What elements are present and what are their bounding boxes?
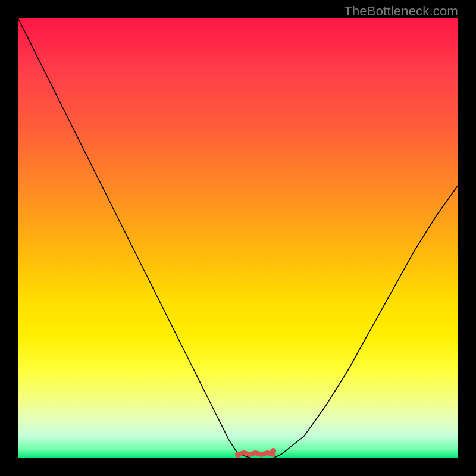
plot-area [18, 18, 458, 458]
bottleneck-curve-path [18, 18, 458, 458]
curve-svg [18, 18, 458, 458]
watermark-text: TheBottleneck.com [344, 4, 458, 19]
flat-segment-end-left [235, 452, 241, 458]
bottleneck-chart: TheBottleneck.com [0, 0, 476, 476]
flat-segment-end-right [270, 448, 276, 454]
flat-segment-path [238, 453, 273, 455]
